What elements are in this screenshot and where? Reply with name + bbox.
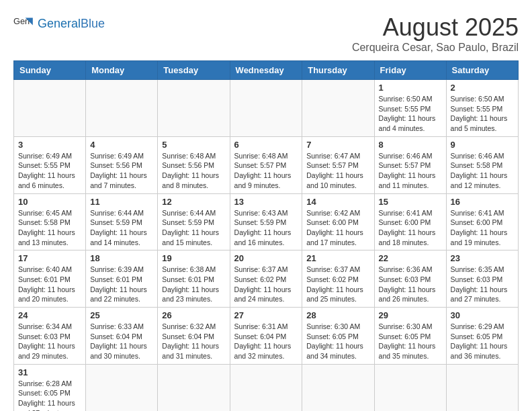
calendar-cell: 1Sunrise: 6:50 AM Sunset: 5:55 PM Daylig… bbox=[374, 80, 446, 137]
day-number: 23 bbox=[451, 253, 514, 263]
calendar-cell: 6Sunrise: 6:48 AM Sunset: 5:57 PM Daylig… bbox=[230, 136, 302, 193]
day-number: 28 bbox=[306, 310, 369, 320]
calendar-cell: 4Sunrise: 6:49 AM Sunset: 5:56 PM Daylig… bbox=[86, 136, 158, 193]
weekday-header-tuesday: Tuesday bbox=[158, 61, 230, 80]
calendar-cell: 13Sunrise: 6:43 AM Sunset: 5:59 PM Dayli… bbox=[230, 193, 302, 250]
calendar-cell: 30Sunrise: 6:29 AM Sunset: 6:05 PM Dayli… bbox=[446, 308, 518, 365]
calendar-cell bbox=[302, 364, 374, 411]
title-section: August 2025 Cerqueira Cesar, Sao Paulo, … bbox=[352, 13, 519, 54]
calendar-cell: 10Sunrise: 6:45 AM Sunset: 5:58 PM Dayli… bbox=[14, 193, 86, 250]
logo-text: GeneralBlue bbox=[38, 17, 105, 31]
calendar-cell bbox=[86, 364, 158, 411]
weekday-header-wednesday: Wednesday bbox=[230, 61, 302, 80]
day-info: Sunrise: 6:30 AM Sunset: 6:05 PM Dayligh… bbox=[379, 322, 442, 361]
day-info: Sunrise: 6:39 AM Sunset: 6:01 PM Dayligh… bbox=[90, 265, 153, 304]
day-info: Sunrise: 6:37 AM Sunset: 6:02 PM Dayligh… bbox=[306, 265, 369, 304]
day-number: 14 bbox=[306, 197, 369, 207]
day-info: Sunrise: 6:47 AM Sunset: 5:57 PM Dayligh… bbox=[306, 151, 369, 191]
logo-general: General bbox=[38, 17, 81, 30]
calendar-cell: 23Sunrise: 6:35 AM Sunset: 6:03 PM Dayli… bbox=[446, 250, 518, 308]
calendar-cell: 31Sunrise: 6:28 AM Sunset: 6:05 PM Dayli… bbox=[14, 364, 86, 411]
weekday-header-monday: Monday bbox=[86, 61, 158, 80]
day-number: 24 bbox=[18, 310, 81, 320]
day-info: Sunrise: 6:33 AM Sunset: 6:04 PM Dayligh… bbox=[90, 322, 153, 361]
weekday-header-row: SundayMondayTuesdayWednesdayThursdayFrid… bbox=[14, 61, 519, 80]
day-number: 29 bbox=[379, 310, 442, 320]
weekday-header-sunday: Sunday bbox=[14, 61, 86, 80]
day-info: Sunrise: 6:34 AM Sunset: 6:03 PM Dayligh… bbox=[18, 322, 81, 361]
calendar-cell: 21Sunrise: 6:37 AM Sunset: 6:02 PM Dayli… bbox=[302, 250, 374, 308]
calendar-cell: 28Sunrise: 6:30 AM Sunset: 6:05 PM Dayli… bbox=[302, 308, 374, 365]
calendar-cell bbox=[158, 80, 230, 137]
calendar-cell bbox=[14, 80, 86, 137]
day-number: 9 bbox=[451, 140, 514, 150]
day-number: 7 bbox=[306, 140, 369, 150]
calendar-cell: 7Sunrise: 6:47 AM Sunset: 5:57 PM Daylig… bbox=[302, 136, 374, 193]
day-number: 17 bbox=[18, 253, 81, 263]
day-number: 13 bbox=[234, 197, 298, 207]
day-number: 25 bbox=[90, 310, 153, 320]
day-info: Sunrise: 6:38 AM Sunset: 6:01 PM Dayligh… bbox=[162, 265, 225, 304]
calendar-cell: 26Sunrise: 6:32 AM Sunset: 6:04 PM Dayli… bbox=[158, 308, 230, 365]
day-info: Sunrise: 6:29 AM Sunset: 6:05 PM Dayligh… bbox=[451, 322, 514, 361]
calendar-cell bbox=[158, 364, 230, 411]
day-info: Sunrise: 6:36 AM Sunset: 6:03 PM Dayligh… bbox=[379, 265, 442, 304]
day-number: 5 bbox=[162, 140, 225, 150]
calendar-cell: 14Sunrise: 6:42 AM Sunset: 6:00 PM Dayli… bbox=[302, 193, 374, 250]
calendar-cell: 17Sunrise: 6:40 AM Sunset: 6:01 PM Dayli… bbox=[14, 250, 86, 308]
calendar-cell: 8Sunrise: 6:46 AM Sunset: 5:57 PM Daylig… bbox=[374, 136, 446, 193]
calendar-cell: 19Sunrise: 6:38 AM Sunset: 6:01 PM Dayli… bbox=[158, 250, 230, 308]
week-row-1: 1Sunrise: 6:50 AM Sunset: 5:55 PM Daylig… bbox=[14, 80, 519, 137]
day-info: Sunrise: 6:48 AM Sunset: 5:57 PM Dayligh… bbox=[234, 151, 298, 191]
day-number: 15 bbox=[379, 197, 442, 207]
day-number: 21 bbox=[306, 253, 369, 263]
day-info: Sunrise: 6:49 AM Sunset: 5:56 PM Dayligh… bbox=[90, 151, 153, 191]
calendar-cell: 25Sunrise: 6:33 AM Sunset: 6:04 PM Dayli… bbox=[86, 308, 158, 365]
calendar-cell: 11Sunrise: 6:44 AM Sunset: 5:59 PM Dayli… bbox=[86, 193, 158, 250]
day-info: Sunrise: 6:50 AM Sunset: 5:55 PM Dayligh… bbox=[379, 94, 442, 134]
calendar-cell bbox=[446, 364, 518, 411]
calendar-cell bbox=[86, 80, 158, 137]
day-number: 27 bbox=[234, 310, 298, 320]
day-number: 26 bbox=[162, 310, 225, 320]
day-number: 19 bbox=[162, 253, 225, 263]
weekday-header-thursday: Thursday bbox=[302, 61, 374, 80]
day-number: 18 bbox=[90, 253, 153, 263]
calendar-cell: 3Sunrise: 6:49 AM Sunset: 5:55 PM Daylig… bbox=[14, 136, 86, 193]
logo-icon: Gen bbox=[13, 13, 35, 35]
logo-blue: Blue bbox=[81, 17, 105, 30]
calendar-cell: 27Sunrise: 6:31 AM Sunset: 6:04 PM Dayli… bbox=[230, 308, 302, 365]
page-header: Gen GeneralBlue August 2025 Cerqueira Ce… bbox=[13, 13, 519, 54]
calendar-cell bbox=[374, 364, 446, 411]
week-row-6: 31Sunrise: 6:28 AM Sunset: 6:05 PM Dayli… bbox=[14, 364, 519, 411]
day-info: Sunrise: 6:30 AM Sunset: 6:05 PM Dayligh… bbox=[306, 322, 369, 361]
location-title: Cerqueira Cesar, Sao Paulo, Brazil bbox=[352, 42, 519, 54]
day-number: 31 bbox=[18, 367, 81, 377]
day-info: Sunrise: 6:40 AM Sunset: 6:01 PM Dayligh… bbox=[18, 265, 81, 304]
calendar-cell bbox=[302, 80, 374, 137]
calendar-cell: 16Sunrise: 6:41 AM Sunset: 6:00 PM Dayli… bbox=[446, 193, 518, 250]
calendar-cell: 24Sunrise: 6:34 AM Sunset: 6:03 PM Dayli… bbox=[14, 308, 86, 365]
calendar-cell: 9Sunrise: 6:46 AM Sunset: 5:58 PM Daylig… bbox=[446, 136, 518, 193]
day-info: Sunrise: 6:37 AM Sunset: 6:02 PM Dayligh… bbox=[234, 265, 298, 304]
day-info: Sunrise: 6:46 AM Sunset: 5:57 PM Dayligh… bbox=[379, 151, 442, 191]
day-info: Sunrise: 6:42 AM Sunset: 6:00 PM Dayligh… bbox=[306, 208, 369, 248]
day-info: Sunrise: 6:32 AM Sunset: 6:04 PM Dayligh… bbox=[162, 322, 225, 361]
day-info: Sunrise: 6:46 AM Sunset: 5:58 PM Dayligh… bbox=[451, 151, 514, 191]
day-info: Sunrise: 6:44 AM Sunset: 5:59 PM Dayligh… bbox=[162, 208, 225, 248]
calendar-cell: 2Sunrise: 6:50 AM Sunset: 5:55 PM Daylig… bbox=[446, 80, 518, 137]
day-number: 16 bbox=[451, 197, 514, 207]
calendar-cell bbox=[230, 364, 302, 411]
calendar-cell: 20Sunrise: 6:37 AM Sunset: 6:02 PM Dayli… bbox=[230, 250, 302, 308]
calendar-cell: 12Sunrise: 6:44 AM Sunset: 5:59 PM Dayli… bbox=[158, 193, 230, 250]
day-number: 8 bbox=[379, 140, 442, 150]
day-number: 6 bbox=[234, 140, 298, 150]
week-row-2: 3Sunrise: 6:49 AM Sunset: 5:55 PM Daylig… bbox=[14, 136, 519, 193]
calendar-cell: 5Sunrise: 6:48 AM Sunset: 5:56 PM Daylig… bbox=[158, 136, 230, 193]
week-row-3: 10Sunrise: 6:45 AM Sunset: 5:58 PM Dayli… bbox=[14, 193, 519, 250]
calendar-cell bbox=[230, 80, 302, 137]
day-info: Sunrise: 6:41 AM Sunset: 6:00 PM Dayligh… bbox=[379, 208, 442, 248]
day-number: 4 bbox=[90, 140, 153, 150]
day-number: 10 bbox=[18, 197, 81, 207]
weekday-header-friday: Friday bbox=[374, 61, 446, 80]
